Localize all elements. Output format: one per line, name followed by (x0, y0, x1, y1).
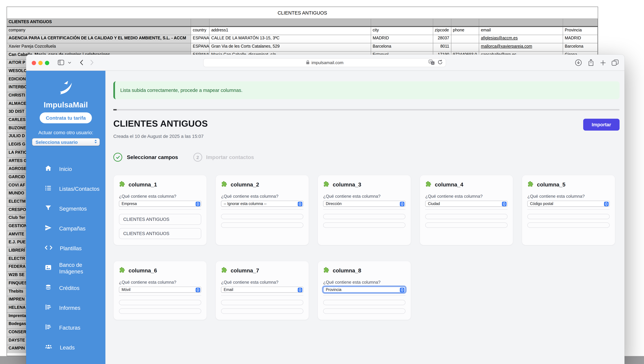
field-mapping-select[interactable]: Empresa (119, 201, 201, 207)
import-button[interactable]: Importar (583, 119, 620, 131)
col-header-email: email (479, 27, 563, 35)
column-question: ¿Qué contiene esta columna? (323, 280, 406, 285)
email-link[interactable]: afiglesias@accm.es (481, 36, 518, 40)
column-question: ¿Qué contiene esta columna? (323, 194, 406, 199)
code-icon (44, 244, 52, 252)
column-card-title: columna_5 (537, 182, 565, 188)
field-mapping-select[interactable]: Ciudad (425, 201, 508, 207)
zoom-window-button[interactable] (45, 61, 49, 65)
field-mapping-select[interactable]: Móvil (119, 287, 201, 293)
sidebar-item[interactable]: Créditos (26, 278, 106, 298)
sample-value (323, 308, 406, 314)
sidebar-toggle-icon[interactable] (58, 60, 64, 65)
close-window-button[interactable] (32, 61, 36, 65)
email-link[interactable]: mallorca@xavierpareja.com (481, 44, 532, 49)
new-tab-icon[interactable] (600, 60, 606, 66)
wizard-steps: Seleccionar campos 2 Importar contactos (113, 153, 620, 162)
step2-number: 2 (193, 153, 202, 162)
field-mapping-select[interactable]: Dirección (323, 201, 406, 207)
user-select[interactable]: Selecciona usuario (32, 138, 100, 146)
downloads-icon[interactable] (575, 59, 582, 66)
cell-phone (451, 43, 479, 51)
tab-overview-icon[interactable] (612, 60, 618, 66)
step2-label[interactable]: Importar contactos (206, 154, 254, 160)
svg-text:A: A (432, 62, 434, 64)
col-header-phone: phone (451, 27, 479, 35)
url-field[interactable]: impulsamail.com AA (203, 58, 446, 67)
cell-zipcode: 8011 (433, 43, 451, 51)
table-row: AGENCIA PARA LA CERTIFICACIÓN DE LA CALI… (7, 35, 598, 43)
field-mapping-select[interactable]: Código postal (527, 201, 610, 207)
column-question: ¿Qué contiene esta columna? (527, 194, 610, 199)
column-card-title: columna_4 (435, 182, 463, 188)
sidebar-item[interactable]: Banco de Imágenes (26, 258, 106, 278)
select-divider (323, 209, 406, 210)
sample-values (425, 214, 508, 228)
field-mapping-select[interactable]: -- Ignorar esta columna -- (221, 201, 303, 207)
column-card-title: columna_1 (128, 182, 157, 188)
sidebar-item[interactable]: Listas/Contactos (26, 179, 106, 199)
cell-address1: Gran Via de les Corts Catalanes, 529 (210, 43, 371, 51)
sample-value (323, 222, 406, 228)
sidebar-item[interactable]: Facturas (26, 318, 106, 337)
col-header-company: company (7, 27, 191, 35)
cell-email: mallorca@xavierpareja.com (479, 43, 563, 51)
sidebar-item-label: Facturas (59, 324, 80, 331)
share-icon[interactable] (588, 59, 594, 66)
contrata-tarifa-button[interactable]: Contrata tu tarifa (40, 112, 92, 123)
sidebar-item[interactable]: Inicio (26, 159, 106, 179)
select-stepper-icon (196, 288, 200, 293)
column-question: ¿Qué contiene esta columna? (221, 280, 303, 285)
field-mapping-select[interactable]: Provincia (323, 287, 406, 293)
chevron-down-icon[interactable] (68, 62, 71, 64)
cell-country: ESPANA (191, 35, 210, 43)
sample-value (323, 214, 406, 219)
screen: CLIENTES ANTIGUOS CLIENTES ANTIGUOS comp… (0, 0, 644, 364)
app-sidebar: ImpulsaMail Contrata tu tarifa Actuar co… (26, 71, 106, 364)
image-icon (44, 264, 52, 272)
forward-icon[interactable] (90, 60, 94, 66)
reload-icon[interactable] (438, 60, 443, 66)
minimize-window-button[interactable] (38, 61, 42, 65)
translate-icon[interactable]: AA (428, 59, 435, 66)
column-card-title: columna_3 (333, 182, 361, 188)
select-value: Empresa (122, 202, 137, 206)
puzzle-icon (527, 181, 534, 189)
main-content: Lista subida correctamente, procede a ma… (106, 71, 624, 364)
sidebar-item[interactable]: Campañas (26, 219, 106, 238)
sample-value: CLIENTES ANTIGUOS (119, 214, 201, 225)
sheet-band-row: CLIENTES ANTIGUOS (7, 19, 598, 27)
column-question: ¿Qué contiene esta columna? (221, 194, 303, 199)
puzzle-icon (323, 266, 330, 275)
cell-company: AGENCIA PARA LA CERTIFICACIÓN DE LA CALI… (7, 35, 191, 43)
select-stepper-icon (400, 202, 404, 207)
select-divider (425, 209, 508, 210)
sidebar-item[interactable]: Leads (26, 337, 106, 357)
sidebar-item-label: Créditos (59, 285, 80, 291)
col-header-city: city (371, 27, 433, 35)
chart-icon (44, 303, 52, 312)
sample-value (221, 222, 303, 228)
cell-zipcode: 28037 (433, 35, 451, 43)
field-mapping-select[interactable]: Email (221, 287, 303, 293)
col-header-country: country (191, 27, 210, 35)
page-title: CLIENTES ANTIGUOS (113, 119, 208, 129)
sidebar-item-label: Informes (59, 304, 80, 311)
back-icon[interactable] (80, 60, 83, 66)
select-value: Provincia (326, 288, 342, 292)
url-text: impulsamail.com (312, 60, 344, 65)
cell-email: afiglesias@accm.es (479, 35, 563, 43)
cell-city: MADRID (371, 35, 433, 43)
sidebar-item[interactable]: Informes (26, 298, 106, 318)
sidebar-item-label: Plantillas (60, 245, 82, 252)
col-header-address1: address1 (210, 27, 371, 35)
sidebar-item[interactable]: Plantillas (26, 238, 106, 258)
puzzle-icon (323, 181, 330, 189)
sidebar-item[interactable]: Segmentos (26, 199, 106, 219)
sample-value (221, 300, 303, 305)
sample-value (119, 300, 201, 305)
step1-label[interactable]: Seleccionar campos (127, 154, 178, 160)
horizontal-scrollbar[interactable] (113, 109, 620, 110)
select-divider (323, 295, 406, 295)
column-card-title: columna_7 (231, 267, 259, 274)
